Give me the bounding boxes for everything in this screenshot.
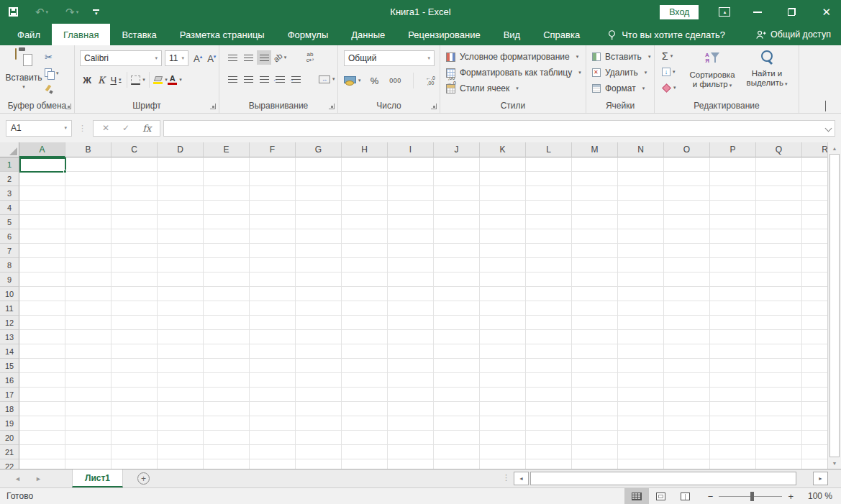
column-header-E[interactable]: E xyxy=(204,142,250,157)
vertical-scroll-thumb[interactable] xyxy=(829,154,840,457)
minimize-icon[interactable] xyxy=(753,12,762,13)
splitter-dots-icon[interactable]: ⋮ xyxy=(502,473,510,482)
ribbon-display-options-icon[interactable]: ▴ xyxy=(719,7,730,17)
format-cells-button[interactable]: Формат xyxy=(592,83,645,93)
column-header-C[interactable]: C xyxy=(112,142,158,157)
column-header-M[interactable]: M xyxy=(572,142,618,157)
column-header-N[interactable]: N xyxy=(618,142,664,157)
autosum-button[interactable]: Σ xyxy=(662,50,676,62)
column-header-P[interactable]: P xyxy=(710,142,756,157)
column-header-Q[interactable]: Q xyxy=(756,142,802,157)
row-header-17[interactable]: 17 xyxy=(0,388,19,402)
cancel-icon[interactable]: ✕ xyxy=(102,123,109,133)
ribbon-tab-data[interactable]: Данные xyxy=(340,24,396,45)
number-dialog-launcher-icon[interactable] xyxy=(431,104,437,109)
name-box[interactable]: A1▾ xyxy=(6,120,72,137)
fill-handle[interactable] xyxy=(63,170,67,173)
scroll-down-icon[interactable]: ▼ xyxy=(828,457,841,469)
ribbon-tab-review[interactable]: Рецензирование xyxy=(396,24,491,45)
bold-button[interactable]: Ж xyxy=(80,73,94,87)
prev-sheet-icon[interactable]: ◄ xyxy=(14,475,21,482)
cell-styles-button[interactable]: Стили ячеек xyxy=(446,83,519,93)
row-header-19[interactable]: 19 xyxy=(0,416,19,431)
align-center-button[interactable] xyxy=(241,72,255,86)
wrap-text-button[interactable]: abc↩ xyxy=(303,50,317,65)
row-header-16[interactable]: 16 xyxy=(0,373,19,388)
decrease-indent-button[interactable]: ← xyxy=(273,72,287,86)
decrease-font-button[interactable]: A▾ xyxy=(207,53,216,64)
expand-formula-bar-icon[interactable] xyxy=(825,124,832,132)
italic-button[interactable]: К xyxy=(94,73,109,87)
comma-style-button[interactable]: 000 xyxy=(388,73,403,88)
borders-button[interactable] xyxy=(131,73,145,87)
align-middle-button[interactable] xyxy=(241,50,255,65)
column-header-K[interactable]: K xyxy=(480,142,526,157)
sheet-tab-Лист1[interactable]: Лист1 xyxy=(72,469,123,487)
ribbon-tab-view[interactable]: Вид xyxy=(492,24,532,45)
font-size-select[interactable]: 11▾ xyxy=(165,50,188,66)
name-box-caret-icon[interactable]: ▾ xyxy=(64,125,67,131)
zoom-out-button[interactable]: − xyxy=(708,491,714,502)
row-header-14[interactable]: 14 xyxy=(0,344,19,359)
column-header-A[interactable]: A xyxy=(19,142,65,157)
row-header-21[interactable]: 21 xyxy=(0,445,19,459)
row-header-7[interactable]: 7 xyxy=(0,244,19,258)
increase-decimal-button[interactable]: ←,0,00 xyxy=(424,73,438,88)
find-select-button[interactable]: Найти и выделить xyxy=(741,49,793,88)
zoom-in-button[interactable]: + xyxy=(788,491,794,502)
collapse-ribbon-button[interactable] xyxy=(825,101,831,107)
column-header-G[interactable]: G xyxy=(296,142,342,157)
ribbon-tab-page-layout[interactable]: Разметка страницы xyxy=(168,24,276,45)
row-header-11[interactable]: 11 xyxy=(0,301,19,316)
column-header-R[interactable]: R xyxy=(802,142,827,157)
merge-center-button[interactable]: ↔ xyxy=(319,72,335,86)
column-header-D[interactable]: D xyxy=(158,142,204,157)
accounting-format-button[interactable] xyxy=(344,73,361,88)
percent-style-button[interactable]: % xyxy=(368,73,382,88)
selected-cell-a1[interactable] xyxy=(19,157,66,173)
row-header-22[interactable]: 22 xyxy=(0,459,19,469)
row-header-1[interactable]: 1 xyxy=(0,157,19,172)
fill-color-button[interactable] xyxy=(153,73,168,87)
enter-icon[interactable]: ✓ xyxy=(122,123,129,133)
zoom-thumb[interactable] xyxy=(750,492,754,501)
row-header-3[interactable]: 3 xyxy=(0,186,19,201)
row-header-9[interactable]: 9 xyxy=(0,272,19,287)
insert-cells-button[interactable]: Вставить xyxy=(592,52,650,62)
align-right-button[interactable] xyxy=(257,72,271,86)
row-header-4[interactable]: 4 xyxy=(0,201,19,215)
column-header-H[interactable]: H xyxy=(342,142,388,157)
column-header-F[interactable]: F xyxy=(250,142,296,157)
font-color-button[interactable]: А xyxy=(168,73,182,87)
font-family-select[interactable]: Calibri▾ xyxy=(80,50,162,66)
column-header-B[interactable]: B xyxy=(65,142,112,157)
fill-button[interactable]: ↓ xyxy=(662,66,676,78)
row-header-15[interactable]: 15 xyxy=(0,359,19,373)
ribbon-tab-insert[interactable]: Вставка xyxy=(110,24,168,45)
page-layout-view-button[interactable] xyxy=(649,488,673,504)
format-painter-button[interactable] xyxy=(45,84,59,96)
ribbon-tab-formulas[interactable]: Формулы xyxy=(276,24,340,45)
alignment-dialog-launcher-icon[interactable] xyxy=(329,104,335,109)
align-left-button[interactable] xyxy=(225,72,240,86)
select-all-corner[interactable] xyxy=(0,142,19,157)
increase-font-button[interactable]: A▴ xyxy=(194,53,202,64)
font-dialog-launcher-icon[interactable] xyxy=(210,104,216,109)
insert-function-icon[interactable]: fx xyxy=(142,123,151,134)
formula-input[interactable] xyxy=(163,120,835,137)
column-header-J[interactable]: J xyxy=(434,142,480,157)
zoom-slider[interactable] xyxy=(719,488,782,504)
next-sheet-icon[interactable]: ► xyxy=(35,475,42,482)
ribbon-tab-home[interactable]: Главная xyxy=(52,24,110,45)
tell-me-box[interactable]: Что вы хотите сделать? xyxy=(607,24,725,45)
delete-cells-button[interactable]: Удалить xyxy=(592,68,647,78)
conditional-formatting-button[interactable]: Условное форматирование xyxy=(446,52,578,62)
row-header-13[interactable]: 13 xyxy=(0,330,19,344)
column-header-L[interactable]: L xyxy=(526,142,572,157)
format-as-table-button[interactable]: Форматировать как таблицу xyxy=(446,68,581,78)
horizontal-scroll-thumb[interactable] xyxy=(530,472,796,485)
hscroll-right-button[interactable]: ► xyxy=(813,472,828,485)
share-button[interactable]: Общий доступ xyxy=(755,24,831,45)
clear-button[interactable] xyxy=(662,82,676,93)
new-sheet-button[interactable]: + xyxy=(137,472,150,485)
